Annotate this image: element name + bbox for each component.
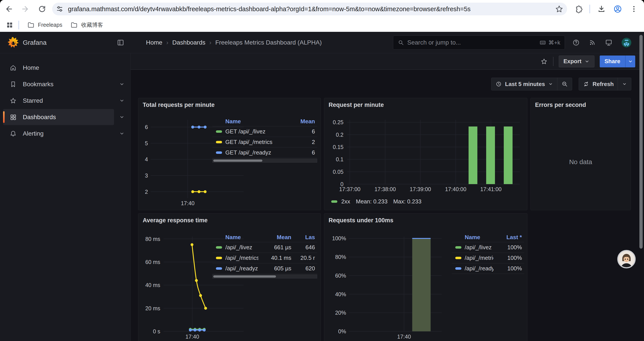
sidebar-item-alerting[interactable]: Alerting <box>3 126 114 142</box>
legend-row[interactable]: /api/_/metrics 100% <box>452 253 524 263</box>
search-input[interactable]: Search or jump to... ⌘+k <box>393 36 565 50</box>
legend-row[interactable]: /api/_/livez 661 µs 646 <box>212 242 317 253</box>
legend-row[interactable]: GET /api/_/livez 6 <box>212 126 317 137</box>
svg-text:0%: 0% <box>338 328 346 334</box>
svg-text:100%: 100% <box>332 235 346 241</box>
svg-text:17:39:00: 17:39:00 <box>410 186 431 192</box>
reload-icon[interactable] <box>37 4 47 14</box>
legend-row[interactable]: /api/_/livez 100% <box>452 242 524 253</box>
bookmarks-bar: Freeleaps 收藏博客 <box>0 18 644 32</box>
news-rss-icon[interactable] <box>588 39 596 47</box>
svg-text:20 ms: 20 ms <box>145 305 160 311</box>
panel-title[interactable]: Request per minute <box>328 102 384 108</box>
legend-row[interactable]: /api/_/readyz 100% <box>452 263 524 274</box>
svg-text:17:41:00: 17:41:00 <box>480 186 502 192</box>
browser-menu-icon[interactable] <box>629 4 639 14</box>
zoom-out-button[interactable] <box>558 78 572 90</box>
legend-scrollbar[interactable] <box>212 159 317 163</box>
panel-title[interactable]: Errors per second <box>535 102 586 108</box>
svg-text:0.25: 0.25 <box>333 119 344 125</box>
user-avatar[interactable] <box>621 37 632 48</box>
svg-text:40%: 40% <box>335 291 346 297</box>
legend-table: Name Mean GET /api/_/livez 6 GET /api/_/… <box>212 117 317 158</box>
sidebar-item-home[interactable]: Home <box>3 60 114 76</box>
assistant-avatar[interactable] <box>617 250 636 268</box>
address-bar[interactable]: grafana.mathmast.com/d/deytv4rwavabkb/fr… <box>52 3 567 15</box>
help-icon[interactable] <box>572 39 580 47</box>
favorite-star-icon[interactable] <box>540 58 548 65</box>
share-button[interactable]: Share <box>600 56 625 67</box>
panel-requests-under-100ms: Requests under 100ms 100%80%60%40%20%0%1… <box>324 213 528 341</box>
chevron-down-icon[interactable] <box>118 97 126 104</box>
panel-title[interactable]: Total requests per minute <box>143 102 214 108</box>
avatar-image <box>618 251 634 267</box>
legend-row[interactable]: GET /api/_/metrics 2 <box>212 137 317 147</box>
export-button[interactable]: Export <box>559 56 594 67</box>
series-color-pill <box>455 257 462 259</box>
bookmark-label: 收藏博客 <box>81 21 103 29</box>
bookmark-folder-freeleaps[interactable]: Freeleaps <box>27 21 62 29</box>
sidebar: Home Bookmarks Starred <box>0 53 131 341</box>
svg-text:60%: 60% <box>335 272 346 279</box>
svg-text:17:40: 17:40 <box>181 200 195 206</box>
series-stat: Max: 0.233 <box>393 198 422 205</box>
bookmark-star-icon[interactable] <box>554 4 564 14</box>
svg-text:80 ms: 80 ms <box>145 236 160 242</box>
legend-table: Name Mean Las /api/_/livez 661 µs 646 /a… <box>212 232 317 274</box>
bookmark-label: Freeleaps <box>38 22 62 28</box>
home-icon <box>9 64 17 72</box>
extensions-icon[interactable] <box>573 4 583 14</box>
svg-text:5: 5 <box>145 140 148 146</box>
svg-text:17:40:00: 17:40:00 <box>445 186 466 192</box>
sidebar-item-bookmarks[interactable]: Bookmarks <box>3 76 114 92</box>
time-controls: Last 5 minutes Refresh <box>491 78 631 90</box>
page-scrollbar[interactable] <box>639 32 644 341</box>
svg-text:80%: 80% <box>335 254 346 260</box>
chevron-down-icon[interactable] <box>118 81 126 88</box>
grafana-logo[interactable] <box>7 37 19 49</box>
breadcrumb-home[interactable]: Home <box>146 39 162 46</box>
breadcrumb-dashboards[interactable]: Dashboards <box>172 39 206 46</box>
legend-row[interactable]: /api/_/metrics 40.1 ms 20.5 r <box>212 253 317 263</box>
svg-text:17:37:00: 17:37:00 <box>339 186 360 192</box>
chevron-down-icon[interactable] <box>118 113 126 121</box>
display-icon[interactable] <box>604 38 613 47</box>
brand-name: Grafana <box>23 39 46 46</box>
bookmark-folder-blogs[interactable]: 收藏博客 <box>70 21 103 29</box>
scrollbar-thumb[interactable] <box>640 35 643 249</box>
svg-text:2: 2 <box>145 189 148 195</box>
series-color-pill <box>216 246 222 249</box>
sidebar-item-starred[interactable]: Starred <box>3 93 114 109</box>
time-range-picker[interactable]: Last 5 minutes <box>492 78 557 90</box>
share-menu-button[interactable] <box>625 56 635 67</box>
dashboard-actions: Export Share <box>131 53 644 70</box>
sidebar-item-dashboards[interactable]: Dashboards <box>3 109 114 125</box>
site-settings-icon[interactable] <box>55 4 64 14</box>
chevron-down-icon <box>548 81 553 87</box>
dock-menu-icon[interactable] <box>116 38 126 47</box>
refresh-interval-button[interactable] <box>618 78 631 90</box>
svg-text:17:40: 17:40 <box>397 333 411 340</box>
legend-scrollbar[interactable] <box>212 274 317 278</box>
legend-row[interactable]: GET /api/_/readyz 6 <box>212 147 317 158</box>
series-name[interactable]: 2xx <box>341 198 350 205</box>
panel-title[interactable]: Average response time <box>143 217 208 224</box>
url-text[interactable]: grafana.mathmast.com/d/deytv4rwavabkb/fr… <box>68 6 554 13</box>
legend-table: Name Last * /api/_/livez 100% /api/_/met… <box>452 232 524 274</box>
dashboard-canvas: Last 5 minutes Refresh <box>131 70 644 341</box>
profile-icon[interactable] <box>613 4 622 14</box>
search-placeholder: Search or jump to... <box>407 39 539 46</box>
back-icon[interactable] <box>4 4 14 14</box>
bookmarks-divider <box>18 21 19 30</box>
breadcrumb: Home › Dashboards › Freeleaps Metrics Da… <box>146 39 322 46</box>
bell-icon <box>9 130 17 138</box>
chevron-down-icon[interactable] <box>118 130 126 137</box>
refresh-button[interactable]: Refresh <box>579 78 618 90</box>
panel-title[interactable]: Requests under 100ms <box>328 217 394 224</box>
download-icon[interactable] <box>597 4 606 14</box>
forward-icon[interactable] <box>20 4 30 14</box>
apps-grid-icon[interactable] <box>5 20 14 30</box>
legend-row[interactable]: /api/_/readyz 605 µs 620 <box>212 263 317 274</box>
keyboard-icon <box>539 39 546 46</box>
series-color-pill <box>455 246 462 249</box>
